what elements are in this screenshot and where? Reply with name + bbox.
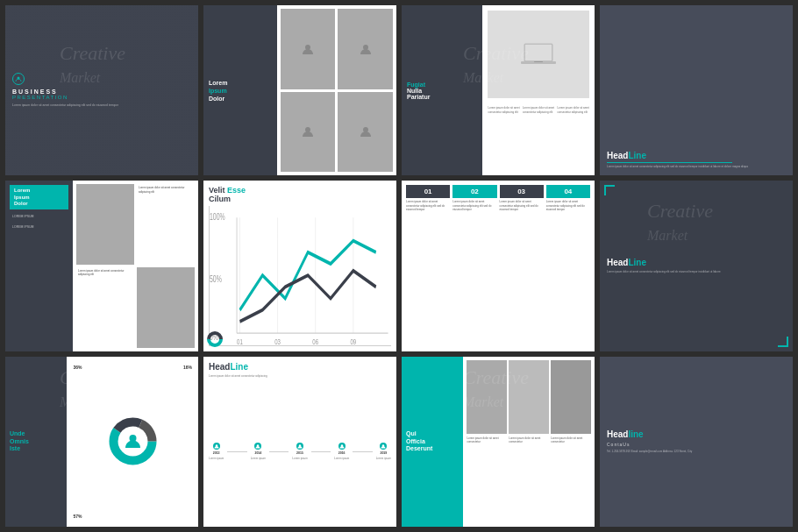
svg-rect-8	[534, 61, 543, 62]
slide-10: HeadLine Lorem ipsum dolor sit amet cons…	[203, 357, 396, 527]
slide11-text1: Lorem ipsum dolor sit amet consectetur	[467, 436, 507, 443]
slide5-block1: Lorem Ipsum Dolor	[10, 185, 68, 209]
slide9-heading: Unde Omnis Iste	[10, 430, 62, 452]
slide-5: Lorem Ipsum Dolor LOREM IPSUM LOREM IPSU…	[5, 181, 198, 351]
slide5-label1: LOREM IPSUM	[10, 213, 68, 220]
slide4-underline	[607, 162, 732, 163]
slide1-presentation: PRESENTATION	[12, 95, 191, 100]
slide11-photo3	[551, 360, 591, 434]
slide-2: Lorem Ipsum Dolor	[203, 5, 396, 175]
slide11-heading: Qui Officia Deserunt	[406, 430, 459, 452]
slide2-photo2	[338, 9, 393, 89]
slide10-headline: HeadLine	[209, 362, 391, 372]
slide-4: HeadLine Lorem ipsum dolor sit amet cons…	[600, 5, 793, 175]
slide-7: 01 Lorem ipsum dolor sit amet consectetu…	[402, 181, 595, 351]
slide9-p1: 36%	[73, 365, 82, 370]
slide3-laptop	[488, 11, 589, 98]
slide8-body: Lorem ipsum dolor sit amet consectetur a…	[607, 270, 786, 273]
slide1-business: BUSINESS	[12, 89, 191, 95]
slide10-year5: 2019 Lorem ipsum	[376, 443, 391, 460]
slide5-photo1	[76, 184, 134, 265]
slide8-bracket-br	[778, 337, 788, 347]
slide6-chart: 100% 50% 0% 01 03 06 09	[209, 206, 391, 345]
slide-8: HeadLine Lorem ipsum dolor sit amet cons…	[600, 181, 793, 351]
slide10-subtitle: Lorem ipsum dolor sit amet consectetur a…	[209, 374, 391, 378]
slide7-num4: 04	[546, 185, 590, 198]
slide7-col4: 04 Lorem ipsum dolor sit amet consectetu…	[546, 185, 590, 346]
slide3-col2: Lorem ipsum dolor sit amet consectetur a…	[523, 106, 555, 170]
slide10-timeline: 2013 Lorem ipsum 2014 Lorem ipsum 2015 L…	[209, 443, 391, 460]
slide-3: Fugiat Nulla Pariatur Lorem ipsum dolor …	[402, 5, 595, 175]
slide10-year2: 2014 Lorem ipsum	[251, 443, 266, 460]
slide4-headline: HeadLine	[607, 151, 786, 160]
slide3-col1: Lorem ipsum dolor sit amet consectetur a…	[488, 106, 520, 170]
slide9-p2: 57%	[73, 514, 82, 519]
slide5-text2: Lorem ipsum dolor sit amet consectetur a…	[76, 267, 134, 348]
slide5-label2: LOREM IPSUM	[10, 223, 68, 231]
slide9-p3: 16%	[183, 365, 192, 370]
slide4-body: Lorem ipsum dolor sit amet consectetur a…	[607, 165, 786, 168]
slide10-year1: 2013 Lorem ipsum	[209, 443, 224, 460]
slide7-text1: Lorem ipsum dolor sit amet consectetur a…	[406, 200, 450, 211]
slide1-icon	[12, 73, 25, 85]
slide7-num3: 03	[500, 185, 544, 198]
slide7-col1: 01 Lorem ipsum dolor sit amet consectetu…	[406, 185, 450, 346]
slide11-text2: Lorem ipsum dolor sit amet consectetur	[509, 436, 549, 443]
slide7-text3: Lorem ipsum dolor sit amet consectetur a…	[500, 200, 544, 211]
slide10-year3: 2015 Lorem ipsum	[292, 443, 307, 460]
slide2-photo4	[338, 92, 393, 173]
slide9-donut	[104, 413, 161, 470]
slide6-heading: Velit Esse Cilum	[209, 186, 391, 203]
slide1-body: Lorem ipsum dolor sit amet consectetur a…	[12, 103, 191, 108]
slide7-col2: 02 Lorem ipsum dolor sit amet consectetu…	[452, 185, 496, 346]
slide-6: Velit Esse Cilum 100% 50% 0% 01 03	[203, 181, 396, 351]
slide10-year4: 2016 Lorem ipsum	[334, 443, 349, 460]
slide8-bracket-tl	[604, 185, 615, 195]
slide3-heading: Fugiat Nulla Pariatur	[407, 82, 477, 100]
slide5-photo2	[137, 267, 195, 348]
slide7-col3: 03 Lorem ipsum dolor sit amet consectetu…	[500, 185, 544, 346]
slide2-heading: Lorem Ipsum Dolor	[209, 79, 272, 103]
svg-text:06: 06	[312, 337, 318, 344]
slide8-headline: HeadLine	[607, 258, 786, 267]
slide11-photo2	[509, 360, 549, 434]
slide5-text1: Lorem ipsum dolor sit amet consectetur a…	[137, 184, 195, 265]
slide3-col3: Lorem ipsum dolor sit amet consectetur a…	[557, 106, 589, 170]
slide-1: BUSINESS PRESENTATION Lorem ipsum dolor …	[5, 5, 198, 175]
slide-9: Unde Omnis Iste 36% 57%	[5, 357, 198, 527]
slide-11: Qui Officia Deserunt Lorem ipsum dolor s…	[402, 357, 595, 527]
slide-12: Headline ContaUs Tel. 1-234-5678-910 Ema…	[600, 357, 793, 527]
slide11-text3: Lorem ipsum dolor sit amet consectetur	[551, 436, 591, 443]
slide7-num2: 02	[452, 185, 496, 198]
svg-rect-6	[525, 45, 552, 60]
slide12-contact-info: Tel. 1-234-5678-910 Email: sample@email.…	[607, 450, 786, 454]
slide11-photo1	[467, 360, 507, 434]
slide-grid: BUSINESS PRESENTATION Lorem ipsum dolor …	[0, 0, 798, 532]
slide7-num1: 01	[406, 185, 450, 198]
slide2-photo3	[281, 92, 336, 173]
svg-text:100%: 100%	[210, 212, 225, 223]
slide12-contact-label: ContaUs	[607, 442, 786, 447]
svg-text:09: 09	[350, 337, 356, 344]
slide7-text4: Lorem ipsum dolor sit amet consectetur a…	[546, 200, 590, 211]
slide12-headline: Headline	[607, 429, 786, 439]
slide7-text2: Lorem ipsum dolor sit amet consectetur a…	[452, 200, 496, 211]
svg-text:03: 03	[274, 337, 281, 344]
slide2-photo1	[281, 9, 336, 89]
svg-text:01: 01	[237, 337, 243, 344]
svg-text:50%: 50%	[210, 274, 222, 285]
